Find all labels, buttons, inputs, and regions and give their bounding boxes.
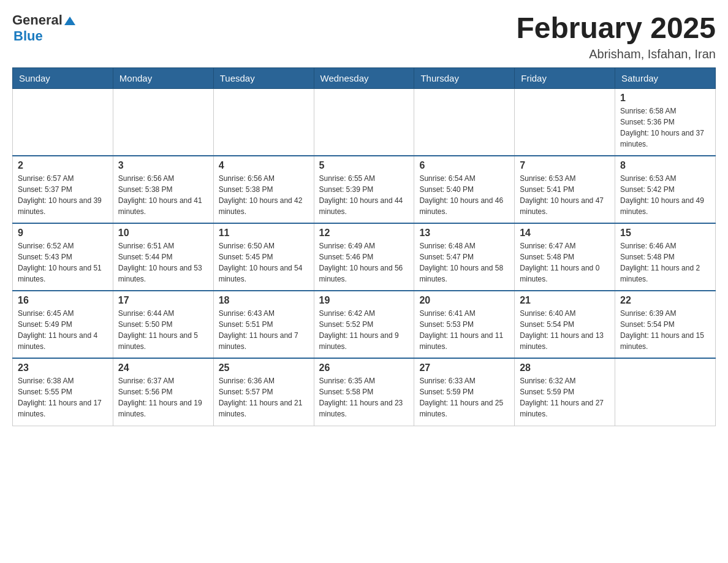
day-info: Sunrise: 6:33 AMSunset: 5:59 PMDaylight:… bbox=[419, 375, 509, 419]
day-info: Sunrise: 6:42 AMSunset: 5:52 PMDaylight:… bbox=[319, 308, 409, 352]
day-number: 5 bbox=[319, 160, 409, 171]
day-info: Sunrise: 6:49 AMSunset: 5:46 PMDaylight:… bbox=[319, 240, 409, 285]
logo-blue-text: Blue bbox=[13, 28, 43, 44]
calendar-cell bbox=[314, 88, 414, 156]
calendar-week-2: 2Sunrise: 6:57 AMSunset: 5:37 PMDaylight… bbox=[13, 156, 716, 223]
column-header-thursday: Thursday bbox=[414, 67, 515, 88]
location-text: Abrisham, Isfahan, Iran bbox=[516, 47, 716, 61]
calendar-cell bbox=[414, 88, 515, 156]
day-info: Sunrise: 6:36 AMSunset: 5:57 PMDaylight:… bbox=[219, 375, 309, 419]
title-block: February 2025 Abrisham, Isfahan, Iran bbox=[516, 12, 716, 61]
column-header-monday: Monday bbox=[113, 67, 213, 88]
calendar-cell: 19Sunrise: 6:42 AMSunset: 5:52 PMDayligh… bbox=[314, 291, 414, 358]
column-header-tuesday: Tuesday bbox=[213, 67, 314, 88]
day-info: Sunrise: 6:35 AMSunset: 5:58 PMDaylight:… bbox=[319, 375, 409, 419]
calendar-cell bbox=[213, 88, 314, 156]
calendar-cell: 3Sunrise: 6:56 AMSunset: 5:38 PMDaylight… bbox=[113, 156, 213, 223]
day-info: Sunrise: 6:38 AMSunset: 5:55 PMDaylight:… bbox=[18, 375, 108, 419]
day-info: Sunrise: 6:58 AMSunset: 5:36 PMDaylight:… bbox=[620, 105, 710, 150]
logo: General Blue bbox=[12, 12, 75, 44]
calendar-cell bbox=[615, 358, 716, 426]
day-number: 19 bbox=[319, 295, 409, 306]
day-info: Sunrise: 6:37 AMSunset: 5:56 PMDaylight:… bbox=[118, 375, 208, 419]
column-header-sunday: Sunday bbox=[13, 67, 113, 88]
day-info: Sunrise: 6:40 AMSunset: 5:54 PMDaylight:… bbox=[520, 308, 610, 352]
calendar-cell: 21Sunrise: 6:40 AMSunset: 5:54 PMDayligh… bbox=[515, 291, 615, 358]
day-number: 22 bbox=[620, 295, 710, 306]
day-number: 16 bbox=[18, 295, 108, 306]
calendar-cell: 12Sunrise: 6:49 AMSunset: 5:46 PMDayligh… bbox=[314, 223, 414, 291]
day-number: 13 bbox=[419, 228, 509, 239]
day-info: Sunrise: 6:47 AMSunset: 5:48 PMDaylight:… bbox=[520, 240, 610, 285]
day-number: 24 bbox=[118, 362, 208, 373]
calendar-cell: 16Sunrise: 6:45 AMSunset: 5:49 PMDayligh… bbox=[13, 291, 113, 358]
month-title: February 2025 bbox=[516, 12, 716, 45]
day-info: Sunrise: 6:39 AMSunset: 5:54 PMDaylight:… bbox=[620, 308, 710, 352]
calendar-cell: 26Sunrise: 6:35 AMSunset: 5:58 PMDayligh… bbox=[314, 358, 414, 426]
calendar-cell: 18Sunrise: 6:43 AMSunset: 5:51 PMDayligh… bbox=[213, 291, 314, 358]
day-info: Sunrise: 6:54 AMSunset: 5:40 PMDaylight:… bbox=[419, 173, 509, 217]
day-number: 1 bbox=[620, 93, 710, 104]
calendar-table: SundayMondayTuesdayWednesdayThursdayFrid… bbox=[12, 67, 716, 426]
day-info: Sunrise: 6:53 AMSunset: 5:41 PMDaylight:… bbox=[520, 173, 610, 217]
day-number: 4 bbox=[219, 160, 309, 171]
calendar-cell: 23Sunrise: 6:38 AMSunset: 5:55 PMDayligh… bbox=[13, 358, 113, 426]
column-header-saturday: Saturday bbox=[615, 67, 716, 88]
calendar-cell: 4Sunrise: 6:56 AMSunset: 5:38 PMDaylight… bbox=[213, 156, 314, 223]
day-info: Sunrise: 6:53 AMSunset: 5:42 PMDaylight:… bbox=[620, 173, 710, 217]
calendar-cell: 13Sunrise: 6:48 AMSunset: 5:47 PMDayligh… bbox=[414, 223, 515, 291]
calendar-week-4: 16Sunrise: 6:45 AMSunset: 5:49 PMDayligh… bbox=[13, 291, 716, 358]
calendar-cell: 27Sunrise: 6:33 AMSunset: 5:59 PMDayligh… bbox=[414, 358, 515, 426]
calendar-header-row: SundayMondayTuesdayWednesdayThursdayFrid… bbox=[13, 67, 716, 88]
day-number: 11 bbox=[219, 228, 309, 239]
day-info: Sunrise: 6:41 AMSunset: 5:53 PMDaylight:… bbox=[419, 308, 509, 352]
day-number: 14 bbox=[520, 228, 610, 239]
calendar-cell: 22Sunrise: 6:39 AMSunset: 5:54 PMDayligh… bbox=[615, 291, 716, 358]
day-info: Sunrise: 6:52 AMSunset: 5:43 PMDaylight:… bbox=[18, 240, 108, 285]
day-number: 6 bbox=[419, 160, 509, 171]
day-number: 7 bbox=[520, 160, 610, 171]
day-number: 21 bbox=[520, 295, 610, 306]
day-info: Sunrise: 6:55 AMSunset: 5:39 PMDaylight:… bbox=[319, 173, 409, 217]
calendar-cell: 25Sunrise: 6:36 AMSunset: 5:57 PMDayligh… bbox=[213, 358, 314, 426]
calendar-cell: 7Sunrise: 6:53 AMSunset: 5:41 PMDaylight… bbox=[515, 156, 615, 223]
day-info: Sunrise: 6:44 AMSunset: 5:50 PMDaylight:… bbox=[118, 308, 208, 352]
calendar-cell bbox=[515, 88, 615, 156]
column-header-friday: Friday bbox=[515, 67, 615, 88]
calendar-cell: 5Sunrise: 6:55 AMSunset: 5:39 PMDaylight… bbox=[314, 156, 414, 223]
day-number: 9 bbox=[18, 228, 108, 239]
day-info: Sunrise: 6:56 AMSunset: 5:38 PMDaylight:… bbox=[118, 173, 208, 217]
day-info: Sunrise: 6:46 AMSunset: 5:48 PMDaylight:… bbox=[620, 240, 710, 285]
calendar-cell: 17Sunrise: 6:44 AMSunset: 5:50 PMDayligh… bbox=[113, 291, 213, 358]
calendar-week-1: 1Sunrise: 6:58 AMSunset: 5:36 PMDaylight… bbox=[13, 88, 716, 156]
day-number: 23 bbox=[18, 362, 108, 373]
calendar-cell: 24Sunrise: 6:37 AMSunset: 5:56 PMDayligh… bbox=[113, 358, 213, 426]
day-number: 28 bbox=[520, 362, 610, 373]
day-number: 2 bbox=[18, 160, 108, 171]
day-number: 17 bbox=[118, 295, 208, 306]
calendar-cell: 10Sunrise: 6:51 AMSunset: 5:44 PMDayligh… bbox=[113, 223, 213, 291]
day-number: 3 bbox=[118, 160, 208, 171]
day-number: 15 bbox=[620, 228, 710, 239]
day-info: Sunrise: 6:45 AMSunset: 5:49 PMDaylight:… bbox=[18, 308, 108, 352]
calendar-cell: 20Sunrise: 6:41 AMSunset: 5:53 PMDayligh… bbox=[414, 291, 515, 358]
day-number: 10 bbox=[118, 228, 208, 239]
calendar-cell: 15Sunrise: 6:46 AMSunset: 5:48 PMDayligh… bbox=[615, 223, 716, 291]
day-info: Sunrise: 6:56 AMSunset: 5:38 PMDaylight:… bbox=[219, 173, 309, 217]
day-info: Sunrise: 6:32 AMSunset: 5:59 PMDaylight:… bbox=[520, 375, 610, 419]
calendar-cell: 28Sunrise: 6:32 AMSunset: 5:59 PMDayligh… bbox=[515, 358, 615, 426]
page-header: General Blue February 2025 Abrisham, Isf… bbox=[12, 12, 716, 61]
calendar-week-3: 9Sunrise: 6:52 AMSunset: 5:43 PMDaylight… bbox=[13, 223, 716, 291]
calendar-cell: 14Sunrise: 6:47 AMSunset: 5:48 PMDayligh… bbox=[515, 223, 615, 291]
day-info: Sunrise: 6:48 AMSunset: 5:47 PMDaylight:… bbox=[419, 240, 509, 285]
calendar-cell: 9Sunrise: 6:52 AMSunset: 5:43 PMDaylight… bbox=[13, 223, 113, 291]
calendar-cell bbox=[113, 88, 213, 156]
logo-general-text: General bbox=[12, 12, 63, 28]
calendar-cell: 6Sunrise: 6:54 AMSunset: 5:40 PMDaylight… bbox=[414, 156, 515, 223]
calendar-week-5: 23Sunrise: 6:38 AMSunset: 5:55 PMDayligh… bbox=[13, 358, 716, 426]
day-number: 12 bbox=[319, 228, 409, 239]
day-number: 27 bbox=[419, 362, 509, 373]
day-number: 18 bbox=[219, 295, 309, 306]
day-number: 25 bbox=[219, 362, 309, 373]
day-info: Sunrise: 6:51 AMSunset: 5:44 PMDaylight:… bbox=[118, 240, 208, 285]
